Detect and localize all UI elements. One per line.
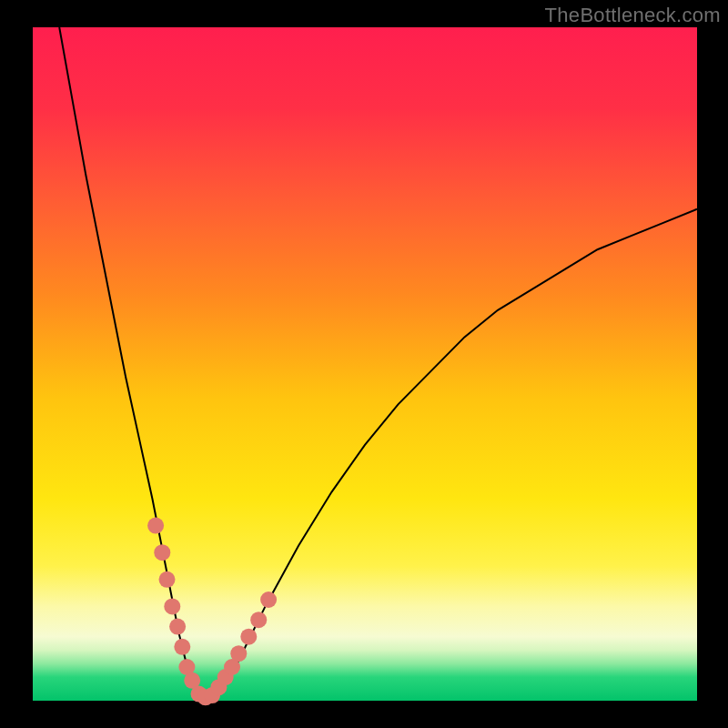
bottleneck-chart — [0, 0, 728, 728]
marker-dot — [159, 571, 176, 588]
watermark-text: TheBottleneck.com — [545, 4, 721, 27]
plot-background — [33, 27, 697, 701]
marker-dot — [230, 645, 247, 662]
marker-dot — [147, 518, 164, 534]
marker-dot — [240, 629, 257, 645]
marker-dot — [164, 598, 180, 614]
marker-dot — [154, 544, 170, 561]
marker-dot — [169, 619, 186, 635]
marker-dot — [174, 639, 190, 655]
marker-dot — [260, 592, 277, 608]
chart-frame: TheBottleneck.com — [0, 0, 728, 728]
marker-dot — [250, 612, 267, 628]
